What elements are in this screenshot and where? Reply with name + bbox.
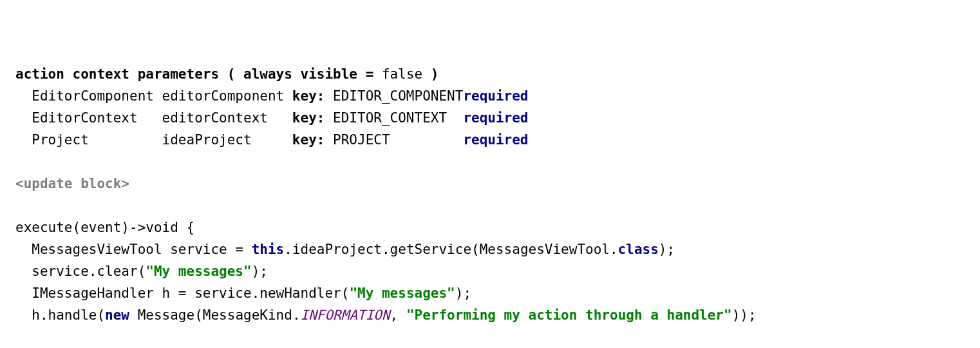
param-required: required (463, 110, 528, 126)
param-row: EditorContexteditorContextkey: EDITOR_CO… (15, 107, 965, 129)
code-text: MessagesViewTool service = (32, 242, 251, 257)
param-type: EditorContext (32, 107, 162, 129)
param-type: EditorComponent (32, 85, 162, 107)
blank-line (15, 195, 965, 217)
header-suffix: ) (422, 66, 438, 82)
string-literal: "My messages" (146, 264, 251, 279)
code-text: .ideaProject.getService(MessagesViewTool… (284, 242, 617, 257)
param-key-label: key: (292, 110, 325, 126)
code-statement: IMessageHandler h = service.newHandler("… (15, 282, 965, 304)
keyword-this: this (252, 242, 285, 257)
update-block-placeholder: <update block> (15, 173, 965, 195)
code-text: ); (252, 264, 268, 279)
string-literal: "My messages" (349, 285, 455, 301)
param-name: editorComponent (162, 85, 292, 107)
param-key-label: key: (292, 88, 325, 104)
param-key: EDITOR_COMPONENT (325, 85, 463, 107)
param-type: Project (32, 129, 162, 151)
keyword-class: class (618, 242, 659, 257)
blank-line (15, 151, 965, 173)
code-statement: h.handle(new Message(MessageKind.INFORMA… (15, 304, 965, 326)
code-text: h.handle( (32, 307, 105, 323)
param-name: editorContext (162, 107, 292, 129)
code-statement: MessagesViewTool service = this.ideaProj… (15, 238, 965, 260)
code-statement: service.clear("My messages"); (15, 260, 965, 282)
header-value: false (373, 66, 422, 82)
code-text: ); (659, 242, 675, 257)
param-key: PROJECT (325, 129, 463, 151)
param-row: ProjectideaProjectkey: PROJECTrequired (15, 129, 965, 151)
code-text: )); (732, 307, 757, 323)
keyword-new: new (105, 307, 129, 323)
code-text: service.clear( (32, 264, 146, 279)
param-required: required (463, 88, 528, 104)
param-key-label: key: (292, 132, 325, 148)
code-text: , (390, 307, 406, 323)
constant: INFORMATION (301, 307, 390, 323)
code-text: Message(MessageKind. (129, 307, 301, 323)
code-text: ); (455, 285, 471, 301)
execute-signature: execute(event)->void { (15, 217, 965, 238)
code-text: IMessageHandler h = service.newHandler( (32, 285, 349, 301)
param-key: EDITOR_CONTEXT (325, 107, 463, 129)
code-editor[interactable]: action context parameters ( always visib… (15, 63, 965, 326)
header-line: action context parameters ( always visib… (15, 63, 965, 85)
param-name: ideaProject (162, 129, 292, 151)
param-required: required (463, 132, 528, 148)
header-eq: = (357, 66, 373, 82)
header-prefix: action context parameters ( always visib… (15, 66, 357, 82)
string-literal: "Performing my action through a handler" (406, 307, 732, 323)
param-row: EditorComponenteditorComponentkey: EDITO… (15, 85, 965, 107)
